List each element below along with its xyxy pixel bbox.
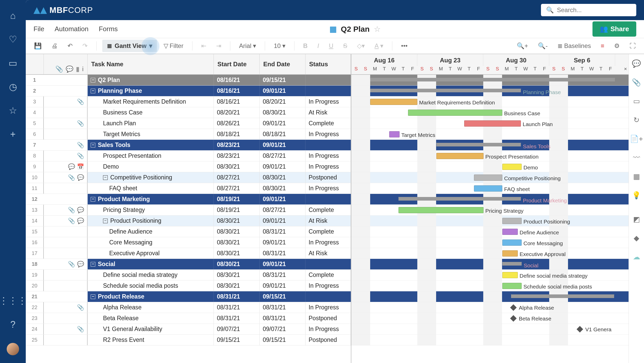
gantt-bar[interactable]: Product Marketing <box>399 197 521 201</box>
row-number[interactable]: 4 <box>26 107 44 118</box>
gantt-bar[interactable]: Business Case <box>408 110 502 116</box>
start-date[interactable]: 08/16/21 <box>214 86 260 96</box>
underline-icon[interactable]: U <box>326 40 336 52</box>
task-name[interactable]: −Product Marketing <box>88 194 214 204</box>
refresh-icon[interactable]: ↻ <box>633 116 639 124</box>
start-date[interactable]: 08/30/21 <box>214 270 260 280</box>
collapse-icon[interactable]: − <box>91 143 95 147</box>
status-cell[interactable] <box>306 86 351 96</box>
brief-icon[interactable]: ▦ <box>633 172 640 181</box>
end-date[interactable]: 09/01/21 <box>260 237 306 248</box>
attachments-icon[interactable]: 📎 <box>632 78 641 87</box>
baselines-button[interactable]: ≣ Baselines <box>554 40 594 52</box>
end-date[interactable]: 09/15/21 <box>260 291 306 302</box>
chat-icon[interactable]: 💬 <box>77 218 84 224</box>
status-cell[interactable]: In Progress <box>306 302 351 313</box>
table-row[interactable]: 24📎V1 General Availability09/07/2109/07/… <box>26 324 351 335</box>
end-date[interactable]: 08/18/21 <box>260 129 306 139</box>
status-cell[interactable] <box>306 140 351 150</box>
end-date[interactable]: 09/01/21 <box>260 140 306 150</box>
collapse-icon[interactable]: − <box>103 175 108 180</box>
end-date[interactable]: 09/15/21 <box>260 335 306 345</box>
task-name[interactable]: Prospect Presentation <box>88 151 214 161</box>
end-date[interactable]: 09/01/21 <box>260 280 306 291</box>
gantt-bar[interactable]: Executive Approval <box>502 250 518 257</box>
start-date[interactable]: 08/31/21 <box>214 302 260 313</box>
table-row[interactable]: 14📎💬−Product Positioning08/30/2109/01/21… <box>26 216 351 226</box>
app3-icon[interactable]: ☁ <box>633 253 640 261</box>
gantt-milestone[interactable] <box>510 304 516 311</box>
strike-icon[interactable]: S <box>340 40 350 52</box>
task-name[interactable]: Business Case <box>88 107 214 118</box>
status-cell[interactable]: In Progress <box>306 161 351 172</box>
row-number[interactable]: 9 <box>26 161 44 172</box>
task-name[interactable]: V1 General Availability <box>88 324 214 334</box>
task-name[interactable]: −Planning Phase <box>88 86 214 96</box>
collapse-icon[interactable]: − <box>91 262 95 267</box>
row-number[interactable]: 12 <box>26 194 44 204</box>
help-icon[interactable]: ? <box>10 319 15 330</box>
col-enddate[interactable]: End Date <box>260 54 306 74</box>
proof-icon[interactable]: ▭ <box>633 97 640 105</box>
row-number[interactable]: 10 <box>26 172 44 183</box>
collapse-icon[interactable]: − <box>91 294 95 299</box>
start-date[interactable]: 08/16/21 <box>214 96 260 107</box>
row-number[interactable]: 14 <box>26 216 44 226</box>
fontsize-dropdown[interactable]: 10 ▾ <box>271 40 289 52</box>
end-date[interactable]: 08/31/21 <box>260 248 306 259</box>
row-number[interactable]: 6 <box>26 129 44 139</box>
gantt-bar[interactable] <box>511 294 614 298</box>
row-number[interactable]: 5 <box>26 118 44 129</box>
collapse-icon[interactable]: − <box>91 89 95 93</box>
status-cell[interactable]: Complete <box>306 205 351 215</box>
menu-file[interactable]: File <box>33 25 44 33</box>
table-row[interactable]: 6Target Metrics08/18/2108/18/21In Progre… <box>26 129 351 140</box>
star-icon[interactable]: ☆ <box>9 105 17 116</box>
status-cell[interactable]: In Progress <box>306 129 351 139</box>
table-row[interactable]: 16Core Messaging08/30/2109/01/21In Progr… <box>26 237 351 248</box>
chat-icon[interactable]: 💬 <box>77 207 84 213</box>
gantt-bar[interactable]: Target Metrics <box>389 131 400 137</box>
end-date[interactable]: 09/01/21 <box>260 194 306 204</box>
gantt-bar[interactable]: Sales Tools <box>436 143 521 146</box>
end-date[interactable]: 09/01/21 <box>260 118 306 129</box>
font-dropdown[interactable]: Arial ▾ <box>236 40 259 52</box>
clip-icon[interactable]: 📎 <box>68 174 75 181</box>
row-number[interactable]: 16 <box>26 237 44 248</box>
activity-icon[interactable]: 〰 <box>633 153 640 162</box>
end-date[interactable]: 08/27/21 <box>260 151 306 161</box>
task-name[interactable]: Market Requirements Definition <box>88 96 214 107</box>
status-cell[interactable]: In Progress <box>306 324 351 334</box>
start-date[interactable]: 08/31/21 <box>214 291 260 302</box>
task-name[interactable]: Demo <box>88 161 214 172</box>
collapse-icon[interactable]: − <box>103 219 108 223</box>
end-date[interactable]: 09/01/21 <box>260 161 306 172</box>
start-date[interactable]: 08/26/21 <box>214 118 260 129</box>
folder-icon[interactable]: ▭ <box>9 58 17 69</box>
row-number[interactable]: 13 <box>26 205 44 215</box>
end-date[interactable]: 08/31/21 <box>260 270 306 280</box>
app1-icon[interactable]: ◩ <box>633 215 640 224</box>
start-date[interactable]: 08/19/21 <box>214 205 260 215</box>
clip-icon[interactable]: 📎 <box>68 207 75 213</box>
start-date[interactable]: 08/30/21 <box>214 226 260 237</box>
table-row[interactable]: 21−Product Release08/31/2109/15/21 <box>26 291 351 302</box>
task-name[interactable]: Pricing Strategy <box>88 205 214 215</box>
row-number[interactable]: 3 <box>26 96 44 107</box>
row-number[interactable]: 18 <box>26 259 44 269</box>
start-date[interactable]: 08/19/21 <box>214 194 260 204</box>
status-cell[interactable]: Postponed <box>306 335 351 345</box>
view-dropdown[interactable]: ≣ Gantt View ▾ <box>102 40 157 52</box>
start-date[interactable]: 08/30/21 <box>214 248 260 259</box>
critical-path-icon[interactable]: ≡ <box>598 40 607 52</box>
status-cell[interactable]: In Progress <box>306 151 351 161</box>
gantt-bar[interactable]: Planning Phase <box>370 89 521 92</box>
gantt-bar[interactable]: Core Messaging <box>502 240 522 246</box>
gantt-milestone[interactable] <box>510 315 516 321</box>
start-date[interactable]: 08/23/21 <box>214 151 260 161</box>
status-cell[interactable]: Postponed <box>306 172 351 183</box>
fullscreen-icon[interactable]: ⛶ <box>626 40 639 52</box>
row-number[interactable]: 20 <box>26 280 44 291</box>
task-name[interactable]: FAQ sheet <box>88 183 214 194</box>
undo-icon[interactable]: ↶ <box>64 40 76 52</box>
